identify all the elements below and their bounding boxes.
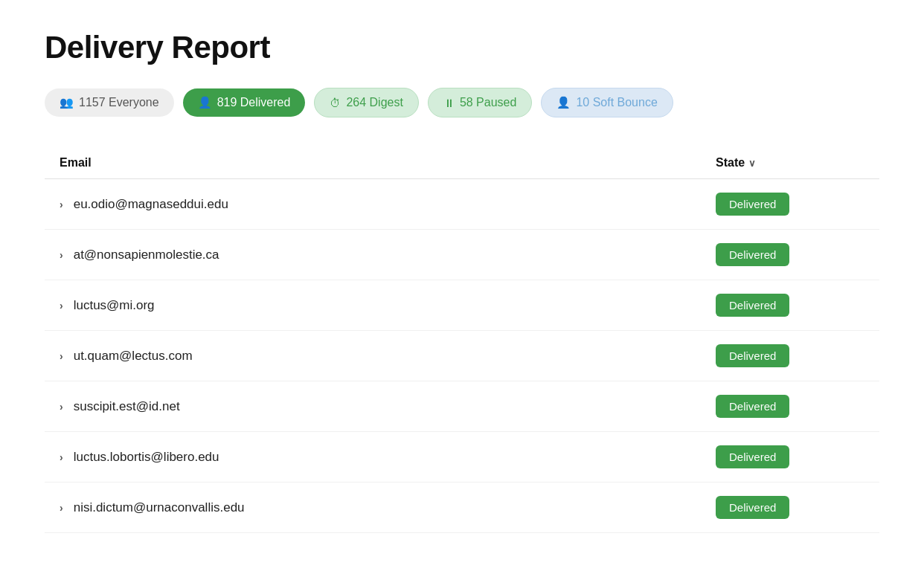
state-badge: Delivered (716, 395, 789, 418)
filter-chip-delivered[interactable]: 👤819 Delivered (183, 88, 306, 117)
paused-icon: ⏸ (443, 97, 455, 109)
state-column-header: State ∨ (716, 156, 864, 170)
state-badge: Delivered (716, 445, 789, 468)
filter-chip-softbounce[interactable]: 👤10 Soft Bounce (541, 88, 673, 117)
filter-chip-digest[interactable]: ⏱264 Digest (314, 88, 419, 117)
filter-chip-everyone[interactable]: 👥1157 Everyone (45, 88, 174, 117)
table-container: Email State ∨ ›eu.odio@magnaseddui.eduDe… (45, 147, 879, 533)
delivered-icon: 👤 (198, 96, 212, 109)
delivered-label: 819 Delivered (217, 96, 291, 109)
email-cell: at@nonsapienmolestie.ca (74, 248, 219, 262)
email-cell: luctus@mi.org (74, 298, 155, 313)
row-expand-icon[interactable]: › (60, 502, 63, 514)
row-expand-icon[interactable]: › (60, 249, 63, 261)
row-expand-icon[interactable]: › (60, 300, 63, 312)
email-cell: eu.odio@magnaseddui.edu (74, 197, 228, 212)
state-badge: Delivered (716, 496, 789, 519)
row-expand-icon[interactable]: › (60, 451, 63, 463)
table-row[interactable]: ›luctus.lobortis@libero.eduDelivered (45, 432, 879, 483)
email-cell: ut.quam@lectus.com (74, 349, 193, 364)
everyone-label: 1157 Everyone (79, 96, 159, 109)
email-cell: nisi.dictum@urnaconvallis.edu (74, 500, 245, 515)
row-expand-icon[interactable]: › (60, 199, 63, 210)
table-row[interactable]: ›nisi.dictum@urnaconvallis.eduDelivered (45, 483, 879, 533)
softbounce-label: 10 Soft Bounce (576, 96, 657, 109)
table-body: ›eu.odio@magnaseddui.eduDelivered›at@non… (45, 179, 879, 533)
sort-icon[interactable]: ∨ (748, 158, 756, 169)
table-row[interactable]: ›suscipit.est@id.netDelivered (45, 381, 879, 432)
paused-label: 58 Paused (460, 96, 517, 109)
state-badge: Delivered (716, 344, 789, 367)
email-cell: suscipit.est@id.net (74, 399, 180, 414)
email-cell: luctus.lobortis@libero.edu (74, 450, 219, 465)
softbounce-icon: 👤 (556, 96, 571, 109)
digest-label: 264 Digest (346, 96, 403, 109)
filter-chip-paused[interactable]: ⏸58 Paused (428, 88, 533, 117)
email-column-header: Email (60, 156, 716, 170)
state-badge: Delivered (716, 243, 789, 266)
page-title: Delivery Report (45, 30, 879, 65)
table-row[interactable]: ›at@nonsapienmolestie.caDelivered (45, 230, 879, 280)
digest-icon: ⏱ (330, 97, 341, 109)
row-expand-icon[interactable]: › (60, 401, 63, 413)
row-expand-icon[interactable]: › (60, 350, 63, 362)
table-header: Email State ∨ (45, 147, 879, 179)
state-badge: Delivered (716, 294, 789, 317)
state-badge: Delivered (716, 193, 789, 216)
table-row[interactable]: ›eu.odio@magnaseddui.eduDelivered (45, 179, 879, 230)
filter-bar: 👥1157 Everyone👤819 Delivered⏱264 Digest⏸… (45, 88, 879, 117)
table-row[interactable]: ›luctus@mi.orgDelivered (45, 280, 879, 331)
table-row[interactable]: ›ut.quam@lectus.comDelivered (45, 331, 879, 381)
everyone-icon: 👥 (60, 96, 74, 109)
